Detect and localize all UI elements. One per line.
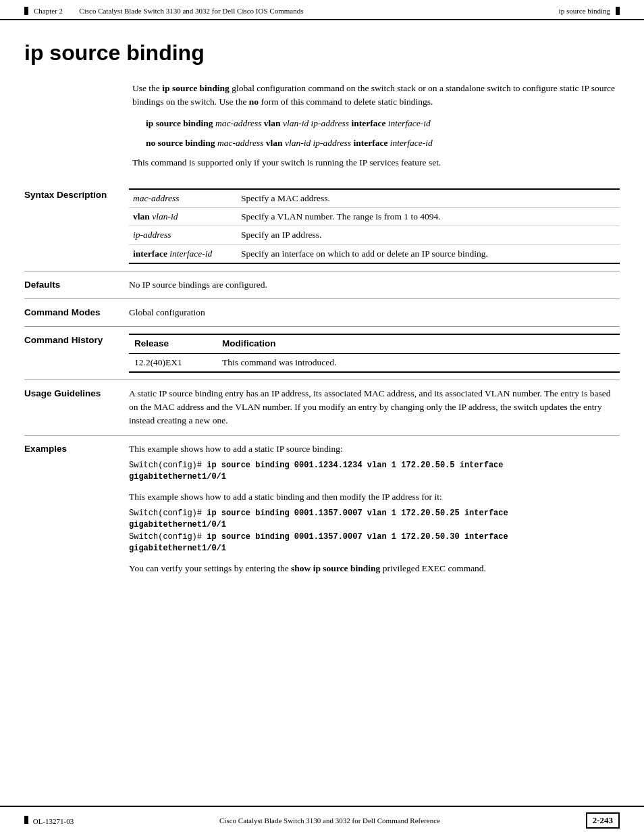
cmd1-bold3: interface [351, 118, 385, 128]
command-history-section: Command History Release Modification 12.… [24, 326, 620, 380]
cmd1-italic1: mac-address [215, 118, 262, 128]
syntax-description-section: Syntax Description mac-address Specify a… [24, 182, 620, 271]
syntax-desc-4: Specify an interface on which to add or … [237, 244, 620, 263]
table-row: mac-address Specify a MAC address. [129, 189, 620, 208]
footer-left: OL-13271-03 [24, 816, 74, 825]
intro-bold-1: ip source binding [162, 83, 230, 93]
history-release-1: 12.2(40)EX1 [129, 353, 217, 372]
table-row: 12.2(40)EX1 This command was introduced. [129, 353, 620, 372]
defaults-content: No IP source bindings are configured. [129, 278, 620, 292]
cmd2-italic2: vlan-id ip-address [285, 138, 351, 148]
table-row: vlan vlan-id Specify a VLAN number. The … [129, 208, 620, 226]
examples-section: Examples This example shows how to add a… [24, 435, 620, 582]
page-footer: OL-13271-03 Cisco Catalyst Blade Switch … [0, 806, 644, 834]
cmd1-bold2: vlan [264, 118, 281, 128]
intro-p1: Use the ip source binding global configu… [132, 82, 620, 109]
examples-code-1: Switch(config)# ip source binding 0001.1… [129, 460, 620, 484]
command-modes-content: Global configuration [129, 306, 620, 319]
command-modes-section: Command Modes Global configuration [24, 298, 620, 326]
page-content: ip source binding Use the ip source bind… [0, 20, 644, 623]
header-right: ip source binding [559, 7, 620, 15]
syntax-term-2: vlan vlan-id [129, 208, 237, 226]
command-history-table: Release Modification 12.2(40)EX1 This co… [129, 334, 620, 373]
cmd2-bold1: no source binding [146, 138, 215, 148]
table-header-row: Release Modification [129, 334, 620, 353]
syntax-desc-3: Specify an IP address. [237, 226, 620, 244]
syntax-term-3: ip-address [129, 226, 237, 244]
cmd2-italic1: mac-address [217, 138, 264, 148]
cmd2-bold2: vlan [266, 138, 283, 148]
cmd-line-2: no source binding mac-address vlan vlan-… [146, 136, 620, 151]
syntax-desc-2: Specify a VLAN number. The range is from… [237, 208, 620, 226]
cmd1-bold1: ip source binding [146, 118, 213, 128]
defaults-label: Defaults [24, 278, 129, 292]
cmd2-italic3: interface-id [390, 138, 433, 148]
syntax-term-4: interface interface-id [129, 244, 237, 263]
syntax-desc-1: Specify a MAC address. [237, 189, 620, 208]
usage-guidelines-section: Usage Guidelines A static IP source bind… [24, 380, 620, 435]
col-release: Release [129, 334, 217, 353]
examples-p2: This example shows how to add a static b… [129, 490, 620, 504]
examples-content: This example shows how to add a static I… [129, 442, 620, 575]
intro-no: no [249, 97, 259, 107]
history-modification-1: This command was introduced. [217, 353, 620, 372]
command-history-label: Command History [24, 334, 129, 373]
intro-p2: This command is supported only if your s… [132, 156, 620, 170]
col-modification: Modification [217, 334, 620, 353]
command-history-content: Release Modification 12.2(40)EX1 This co… [129, 334, 620, 373]
examples-p1: This example shows how to add a static I… [129, 442, 620, 456]
cmd2-bold3: interface [353, 138, 387, 148]
defaults-section: Defaults No IP source bindings are confi… [24, 271, 620, 298]
header-left: Chapter 2 Cisco Catalyst Blade Switch 31… [24, 7, 303, 15]
cmd1-italic3: interface-id [388, 118, 431, 128]
sections-wrapper: Syntax Description mac-address Specify a… [24, 182, 620, 582]
footer-doc-num: OL-13271-03 [33, 817, 74, 825]
usage-guidelines-content: A static IP source binding entry has an … [129, 387, 620, 428]
footer-rule-icon [24, 816, 28, 824]
header-chapter: Chapter 2 [34, 7, 63, 15]
syntax-term-1: mac-address [129, 189, 237, 208]
table-row: ip-address Specify an IP address. [129, 226, 620, 244]
intro-section: Use the ip source binding global configu… [132, 82, 620, 170]
command-modes-label: Command Modes [24, 306, 129, 319]
header-title: Cisco Catalyst Blade Switch 3130 and 303… [79, 7, 303, 15]
header-right-text: ip source binding [559, 7, 610, 15]
examples-code-2: Switch(config)# ip source binding 0001.1… [129, 508, 620, 555]
footer-page-number: 2-243 [586, 812, 620, 829]
examples-p3: You can verify your settings by entering… [129, 562, 620, 575]
cmd1-italic2: vlan-id ip-address [283, 118, 349, 128]
examples-bold-cmd: show ip source binding [291, 563, 380, 573]
syntax-description-content: mac-address Specify a MAC address. vlan … [129, 188, 620, 264]
page-title: ip source binding [24, 41, 620, 66]
syntax-table: mac-address Specify a MAC address. vlan … [129, 188, 620, 264]
table-row: interface interface-id Specify an interf… [129, 244, 620, 263]
syntax-description-label: Syntax Description [24, 188, 129, 264]
footer-center: Cisco Catalyst Blade Switch 3130 and 303… [219, 816, 440, 825]
cmd-line-1: ip source binding mac-address vlan vlan-… [146, 116, 620, 131]
header-rule-icon [24, 7, 28, 15]
usage-guidelines-label: Usage Guidelines [24, 387, 129, 428]
header-right-rule-icon [616, 7, 620, 15]
examples-label: Examples [24, 442, 129, 575]
page-header: Chapter 2 Cisco Catalyst Blade Switch 31… [0, 0, 644, 20]
